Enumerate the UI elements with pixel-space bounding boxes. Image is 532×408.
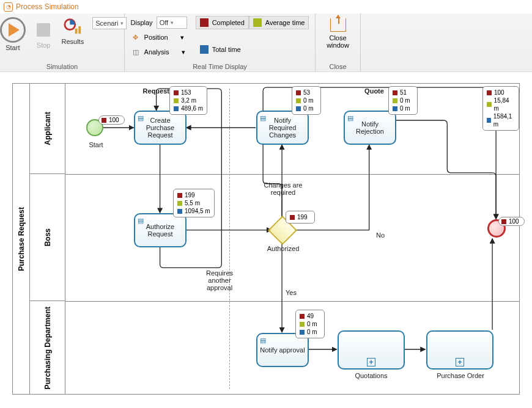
end-count-badge: 100 xyxy=(498,217,525,226)
close-window-button[interactable]: Close window xyxy=(320,16,355,51)
ribbon-group-simulation: Start Stop Results Scenari ▾ Simulation xyxy=(0,13,125,71)
edge-quote-label: Quote xyxy=(359,87,390,95)
expand-icon: + xyxy=(367,358,375,366)
start-count-badge: 100 xyxy=(98,115,125,125)
stop-label: Stop xyxy=(37,42,51,49)
ribbon-group-close: Close window Close xyxy=(316,13,361,71)
simulation-group-label: Simulation xyxy=(46,62,78,70)
bpmn-diagram: Purchase Request Applicant Boss Purchasi… xyxy=(12,83,520,395)
lane-applicant: Applicant xyxy=(30,84,65,174)
chevron-down-icon: ▾ xyxy=(120,20,124,26)
pool-label: Purchase Request xyxy=(13,84,30,394)
analysis-dropdown[interactable]: ◫ Analysis ▾ xyxy=(131,45,187,59)
edge-yes-label: Yes xyxy=(286,289,304,296)
quotations-label: Quotations xyxy=(344,372,399,379)
purchase-order-label: Purchase Order xyxy=(430,372,491,379)
start-event-label: Start xyxy=(84,141,108,148)
task-type-icon: ▤ xyxy=(347,114,353,122)
gateway-label: Authorized xyxy=(265,245,301,252)
title-bar: ◔ Process Simulation xyxy=(0,0,532,13)
expand-icon: + xyxy=(456,358,464,366)
subprocess-quotations[interactable]: + xyxy=(338,330,405,370)
results-button[interactable]: Results xyxy=(59,16,86,46)
display-dropdown[interactable]: Off ▾ xyxy=(157,16,187,29)
play-icon xyxy=(0,17,26,43)
close-icon xyxy=(330,18,346,32)
legend-total-label: Total time xyxy=(212,46,241,53)
rtd-group-label: Real Time Display xyxy=(193,62,247,70)
stop-icon xyxy=(37,23,50,37)
tooltip-gateway: 199 xyxy=(286,211,315,224)
lane-column: Applicant Boss Purchasing Department xyxy=(30,84,65,394)
edge-request-label: Request xyxy=(133,87,169,95)
svg-rect-2 xyxy=(78,26,81,34)
display-value: Off xyxy=(160,19,168,26)
ribbon-group-rtd: Display Off ▾ ✥ Position ▾ ◫ Analysis ▾ xyxy=(125,13,316,71)
tooltip-reject: 51 0 m 0 m xyxy=(388,86,418,115)
tooltip-authorize: 199 5,5 m 1094,5 m xyxy=(173,189,215,217)
lane-separator xyxy=(65,174,519,175)
task-notify-rejection[interactable]: ▤ Notify Rejection xyxy=(344,111,396,145)
task-type-icon: ▤ xyxy=(260,114,266,122)
legend-total[interactable]: Total time xyxy=(196,43,249,56)
start-label: Start xyxy=(6,44,20,51)
phase-separator xyxy=(229,89,230,389)
stop-button[interactable]: Stop xyxy=(34,16,53,50)
ribbon: Start Stop Results Scenari ▾ Simulation xyxy=(0,13,532,72)
lane-separator xyxy=(65,301,519,302)
chevron-down-icon: ▾ xyxy=(171,20,174,26)
chart-icon: ◫ xyxy=(131,48,141,56)
legend-avg[interactable]: Average time xyxy=(249,16,309,29)
position-label: Position xyxy=(144,34,168,41)
lane-boss: Boss xyxy=(30,174,65,301)
window-title: Process Simulation xyxy=(16,2,79,11)
task-create-request[interactable]: ▤ Create Purchase Request xyxy=(134,111,187,145)
svg-rect-1 xyxy=(75,29,78,34)
legend-color-avg xyxy=(253,18,262,27)
task-notify-changes[interactable]: ▤ Notify Required Changes xyxy=(256,111,309,145)
display-label: Display xyxy=(131,19,153,26)
close-group-label: Close xyxy=(329,62,346,70)
legend-completed-label: Completed xyxy=(212,19,245,26)
legend-color-completed xyxy=(200,18,209,27)
edge-requires-another-label: Requires another approval xyxy=(201,269,238,291)
task-type-icon: ▤ xyxy=(138,114,144,122)
diagram-canvas[interactable]: Start 100 100 ▤ Create Purchase Request … xyxy=(65,84,519,394)
results-label: Results xyxy=(61,38,84,45)
task-authorize-request[interactable]: ▤ Authorize Request xyxy=(134,213,187,247)
pool-name: Purchase Request xyxy=(17,207,26,271)
crosshair-icon: ✥ xyxy=(131,34,141,42)
start-button[interactable]: Start xyxy=(0,16,28,53)
lane-purchasing: Purchasing Department xyxy=(30,301,65,395)
chevron-down-icon: ▾ xyxy=(180,34,184,42)
results-icon xyxy=(64,17,82,37)
tooltip-approval: 49 0 m 0 m xyxy=(295,310,325,338)
task-type-icon: ▤ xyxy=(260,337,266,344)
tooltip-end: 100 15,84 m 1584,1 m xyxy=(482,86,519,131)
legend-avg-label: Average time xyxy=(265,19,305,26)
app-icon: ◔ xyxy=(4,2,13,12)
chevron-down-icon: ▾ xyxy=(182,48,185,56)
edge-no-label: No xyxy=(371,231,390,239)
edge-changes-label: Changes are required xyxy=(259,181,308,196)
close-window-label: Close window xyxy=(325,34,350,49)
scenario-dropdown[interactable]: Scenari ▾ xyxy=(92,17,127,29)
task-type-icon: ▤ xyxy=(138,217,144,225)
analysis-label: Analysis xyxy=(144,48,169,56)
tooltip-create: 153 3,2 m 489,6 m xyxy=(169,86,207,115)
scenario-value: Scenari xyxy=(95,20,118,27)
subprocess-purchase-order[interactable]: + xyxy=(426,330,493,370)
position-dropdown[interactable]: ✥ Position ▾ xyxy=(131,31,187,44)
legend-color-total xyxy=(200,45,209,54)
tooltip-changes: 53 0 m 0 m xyxy=(292,86,321,115)
legend-completed[interactable]: Completed xyxy=(196,16,249,29)
